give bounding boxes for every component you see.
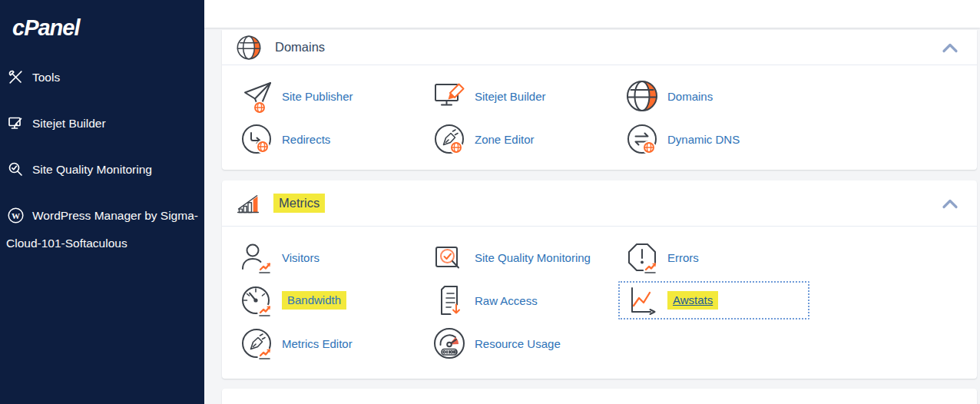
- link-metrics-editor[interactable]: Metrics Editor: [233, 324, 424, 363]
- item-label: Visitors: [282, 251, 319, 264]
- link-visitors[interactable]: Visitors: [233, 238, 424, 277]
- link-sitejet-builder[interactable]: Sitejet Builder: [425, 77, 617, 115]
- link-redirects[interactable]: Redirects: [233, 120, 424, 158]
- item-label: Awstats: [667, 291, 718, 310]
- magnifier-check-icon: [8, 161, 24, 185]
- line-graph-axes-icon: [624, 283, 660, 317]
- top-strip: [204, 0, 980, 28]
- sidebar-item-sitejet-builder[interactable]: Sitejet Builder: [6, 105, 198, 145]
- item-label: Errors: [667, 251, 699, 264]
- globe-icon: [624, 79, 660, 113]
- link-domains[interactable]: Domains: [618, 77, 809, 115]
- send-arrow-globe-icon: [239, 79, 274, 113]
- sidebar-item-label: Site Quality Monitoring: [32, 163, 152, 176]
- octagon-exclamation-chart-icon: [624, 240, 660, 274]
- sidebar-item-wordpress-manager[interactable]: W WordPress Manager by Sigma-Cloud-101-S…: [6, 197, 198, 261]
- svg-text:W: W: [12, 211, 20, 220]
- speedometer-odometer-icon: [432, 326, 467, 360]
- item-label: Resource Usage: [475, 337, 561, 350]
- sidebar-item-label: Sitejet Builder: [32, 117, 106, 130]
- bar-chart-icon: [236, 191, 260, 216]
- link-errors[interactable]: Errors: [618, 238, 809, 277]
- person-chart-icon: [239, 240, 274, 274]
- tools-icon: [8, 69, 24, 93]
- pen-circle-chart-icon: [239, 326, 274, 360]
- chevron-up-icon[interactable]: [939, 195, 962, 212]
- document-download-icon: [432, 283, 467, 317]
- item-label: Sitejet Builder: [475, 90, 546, 103]
- monitor-pencil-icon: [432, 79, 467, 113]
- item-label: Dynamic DNS: [667, 133, 740, 146]
- main-area: Domains: [204, 0, 980, 404]
- item-label: Site Publisher: [282, 90, 353, 103]
- item-label: Bandwidth: [282, 291, 346, 310]
- link-dynamic-dns[interactable]: Dynamic DNS: [618, 120, 809, 158]
- magnifier-check-square-icon: [432, 240, 467, 274]
- item-label: Site Quality Monitoring: [475, 251, 591, 264]
- item-label: Zone Editor: [475, 133, 535, 146]
- item-label: Redirects: [282, 133, 330, 146]
- metrics-items-grid: Visitors Site Quality Monitoring: [222, 227, 977, 365]
- monitor-pen-icon: [8, 115, 24, 139]
- sidebar-item-label: WordPress Manager by Sigma-Cloud-101-Sof…: [6, 209, 198, 250]
- sidebar-item-tools[interactable]: Tools: [6, 59, 198, 99]
- redirect-arrow-globe-icon: [239, 122, 274, 156]
- sidebar-item-label: Tools: [32, 71, 60, 84]
- link-site-quality-monitoring[interactable]: Site Quality Monitoring: [425, 238, 617, 277]
- wordpress-icon: W: [8, 207, 24, 231]
- metrics-section-card: Metrics: [222, 180, 977, 379]
- domains-section-card: Domains: [222, 30, 977, 170]
- item-label: Raw Access: [475, 294, 538, 307]
- domains-items-grid: Site Publisher Sitejet Builder: [222, 65, 977, 161]
- link-bandwidth[interactable]: Bandwidth: [233, 281, 424, 320]
- chevron-up-icon[interactable]: [939, 39, 962, 56]
- content: Domains: [204, 28, 980, 404]
- link-site-publisher[interactable]: Site Publisher: [233, 77, 424, 115]
- gauge-chart-icon: [239, 283, 274, 317]
- link-raw-access[interactable]: Raw Access: [425, 281, 617, 320]
- globe-icon: [236, 35, 262, 61]
- link-awstats[interactable]: Awstats: [618, 281, 809, 320]
- item-label: Metrics Editor: [282, 337, 353, 350]
- sidebar-nav: Tools Sitejet Builder: [0, 59, 204, 261]
- section-title: Metrics: [273, 194, 325, 213]
- cpanel-logo: cPanel: [0, 11, 204, 59]
- pen-circle-globe-icon: [432, 122, 467, 156]
- sidebar: cPanel Tools Sitej: [0, 0, 204, 404]
- cpanel-app: cPanel Tools Sitej: [0, 0, 980, 404]
- next-section-card: [222, 389, 977, 404]
- domains-section-header: Domains: [222, 30, 977, 65]
- metrics-section-header: Metrics: [222, 180, 977, 227]
- sidebar-item-site-quality-monitoring[interactable]: Site Quality Monitoring: [6, 151, 198, 191]
- section-title: Domains: [275, 40, 325, 55]
- link-zone-editor[interactable]: Zone Editor: [425, 120, 617, 158]
- swap-arrows-globe-icon: [624, 122, 660, 156]
- link-resource-usage[interactable]: Resource Usage: [425, 324, 617, 363]
- item-label: Domains: [667, 90, 713, 103]
